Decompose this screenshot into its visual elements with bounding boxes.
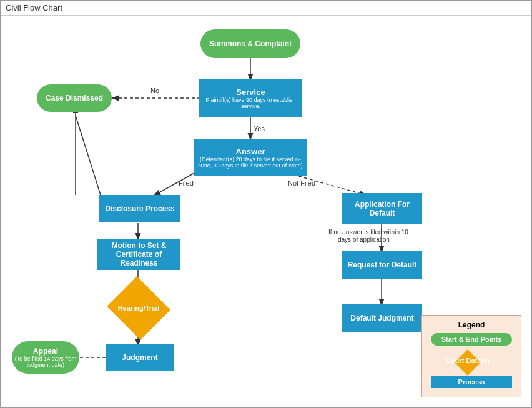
svg-text:Not Filed: Not Filed	[288, 179, 315, 187]
svg-text:days of application: days of application	[338, 236, 390, 243]
chart-title: Civil Flow Chart	[1, 1, 531, 16]
application-default-node: Application For Default	[342, 193, 422, 224]
legend-process: Process	[427, 376, 516, 388]
motion-node: Motion to Set & Certificate of Readiness	[97, 239, 180, 270]
svg-text:Filed: Filed	[179, 179, 194, 187]
case-dismissed-node: Case Dismissed	[37, 84, 112, 112]
judgment-node: Judgment	[106, 344, 174, 371]
legend: Legend Start & End Points Court Date(s) …	[421, 315, 521, 397]
appeal-node: Appeal (To be filed 14 days from judgmen…	[12, 341, 79, 374]
legend-title: Legend	[427, 321, 516, 329]
default-judgment-node: Default Judgment	[342, 304, 422, 332]
svg-text:If no answer is filed within 1: If no answer is filed within 10	[328, 229, 408, 236]
svg-text:Yes: Yes	[254, 125, 265, 132]
request-default-node: Request for Default	[342, 251, 422, 279]
summons-node: Summons & Complaint	[200, 29, 300, 58]
svg-text:No: No	[150, 87, 159, 94]
hearing-trial-node: Hearing/Trial	[115, 287, 162, 329]
svg-line-4	[288, 173, 365, 195]
flow-area: No Yes Filed Not Filed If no answer is f…	[1, 17, 532, 408]
service-node: Service Plaintiff(s) have 90 days to est…	[199, 79, 302, 117]
disclosure-node: Disclosure Process	[99, 195, 180, 222]
svg-line-3	[155, 173, 194, 195]
svg-line-5	[76, 116, 101, 195]
legend-start-end: Start & End Points	[427, 333, 516, 346]
legend-court-dates: Court Date(s)	[427, 349, 508, 372]
chart-container: Civil Flow Chart	[0, 0, 532, 408]
answer-node: Answer (Defendant(s) 20 days to file if …	[194, 139, 307, 176]
